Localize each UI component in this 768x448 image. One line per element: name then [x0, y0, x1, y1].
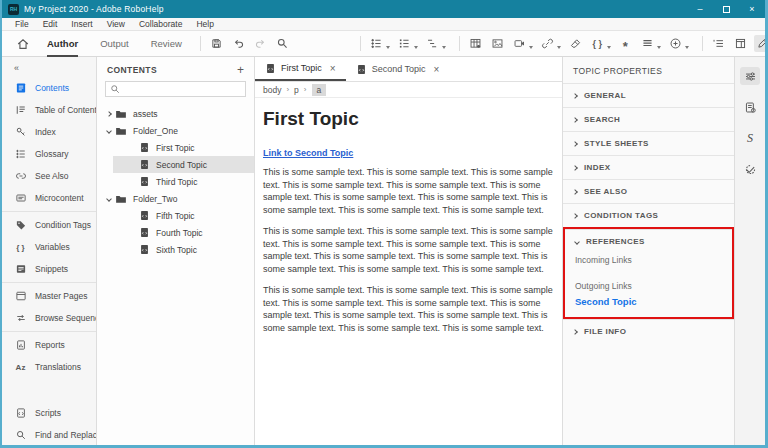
insert-video-icon[interactable]: [511, 35, 528, 52]
sidebar-item-microcontent[interactable]: Microcontent: [2, 187, 96, 209]
html-file-icon: [265, 63, 276, 74]
section-general[interactable]: GENERAL: [563, 83, 734, 107]
insert-more-icon[interactable]: [667, 35, 684, 52]
add-item-button[interactable]: +: [237, 65, 244, 75]
see-also-icon: [14, 170, 27, 183]
sidebar-item-see-also[interactable]: See Also: [2, 165, 96, 187]
breadcrumb-item-a[interactable]: a: [312, 84, 327, 96]
insert-symbol-icon[interactable]: *: [617, 35, 634, 52]
tree-item-folder-two[interactable]: Folder_Two: [97, 190, 254, 207]
chevron-right-icon: [572, 117, 578, 123]
sidebar-item-condition-tags[interactable]: Condition Tags: [2, 214, 96, 236]
redo-icon[interactable]: [252, 35, 269, 52]
numbered-list-icon[interactable]: [396, 35, 413, 52]
properties-panel-icon[interactable]: [740, 67, 760, 85]
tree-item-assets[interactable]: assets: [97, 105, 254, 122]
save-icon[interactable]: [208, 35, 225, 52]
topic-toc-icon[interactable]: [732, 35, 749, 52]
apply-condition-tags-icon[interactable]: [710, 35, 727, 52]
editor-pane: First Topic × Second Topic × body › p › …: [255, 57, 563, 445]
tree-item-label: Fourth Topic: [156, 228, 203, 238]
outgoing-link-second-topic[interactable]: Second Topic: [575, 296, 722, 307]
breadcrumb-item-body[interactable]: body: [263, 85, 281, 95]
minimize-button[interactable]: –: [687, 0, 713, 18]
sidebar-divider: [2, 331, 96, 332]
contents-search-input[interactable]: [124, 84, 241, 94]
sidebar-item-master-pages[interactable]: Master Pages: [2, 285, 96, 307]
close-tab-icon[interactable]: ×: [330, 63, 336, 74]
sidebar-item-index[interactable]: Index: [2, 121, 96, 143]
insert-image-icon[interactable]: [489, 35, 506, 52]
section-file-info[interactable]: FILE INFO: [563, 319, 734, 343]
tab-review[interactable]: Review: [151, 31, 182, 57]
section-search[interactable]: SEARCH: [563, 107, 734, 131]
contents-icon: [14, 82, 27, 95]
styles-icon[interactable]: S: [740, 129, 760, 147]
home-icon[interactable]: [14, 35, 31, 52]
tree-item-label: First Topic: [156, 143, 195, 153]
insert-table-icon[interactable]: [467, 35, 484, 52]
find-icon[interactable]: [274, 35, 291, 52]
editor-tab-second-topic[interactable]: Second Topic ×: [346, 57, 450, 81]
tree-item-third-topic[interactable]: Third Topic: [113, 173, 254, 190]
tab-output[interactable]: Output: [100, 31, 129, 57]
review-check-icon[interactable]: [740, 160, 760, 178]
tree-item-second-topic[interactable]: Second Topic: [113, 156, 254, 173]
toolbar-divider: [200, 36, 201, 51]
menu-collaborate[interactable]: Collaborate: [132, 19, 189, 29]
menu-edit[interactable]: Edit: [36, 19, 65, 29]
section-condition-tags[interactable]: CONDITION TAGS: [563, 203, 734, 227]
breadcrumb-item-p[interactable]: p: [294, 85, 299, 95]
sidebar-item-label: Microcontent: [35, 193, 84, 203]
sidebar-item-reports[interactable]: Reports: [2, 334, 96, 356]
editor-tab-first-topic[interactable]: First Topic ×: [255, 57, 346, 81]
tree-item-fifth-topic[interactable]: Fifth Topic: [113, 207, 254, 224]
topic-status-icon[interactable]: [740, 98, 760, 116]
section-style-sheets[interactable]: STYLE SHEETS: [563, 131, 734, 155]
sidebar-item-label: Table of Contents: [35, 105, 97, 115]
sidebar-item-scripts[interactable]: Scripts: [2, 402, 96, 424]
menu-view[interactable]: View: [100, 19, 132, 29]
insert-snippet-icon[interactable]: [639, 35, 656, 52]
maximize-button[interactable]: [713, 0, 739, 18]
close-button[interactable]: ×: [739, 0, 765, 18]
section-references[interactable]: REFERENCES: [565, 229, 732, 253]
html-file-icon: [139, 159, 150, 170]
topic-paragraph: This is some sample text. This is some s…: [263, 166, 554, 216]
tab-author[interactable]: Author: [47, 31, 78, 57]
toolbar-divider: [702, 36, 703, 51]
menu-file[interactable]: File: [8, 19, 36, 29]
eraser-icon[interactable]: [567, 35, 584, 52]
sidebar-item-contents[interactable]: Contents: [2, 77, 96, 99]
bullet-list-icon[interactable]: [368, 35, 385, 52]
menu-help[interactable]: Help: [189, 19, 220, 29]
tree-item-sixth-topic[interactable]: Sixth Topic: [113, 241, 254, 258]
section-see-also[interactable]: SEE ALSO: [563, 179, 734, 203]
sidebar-item-find-and-replace[interactable]: Find and Replace: [2, 424, 96, 445]
tree-item-fourth-topic[interactable]: Fourth Topic: [113, 224, 254, 241]
multilevel-list-icon[interactable]: [424, 35, 441, 52]
topic-paragraph: This is some sample text. This is some s…: [263, 225, 554, 275]
undo-icon[interactable]: [230, 35, 247, 52]
menu-insert[interactable]: Insert: [64, 19, 99, 29]
tree-item-first-topic[interactable]: First Topic: [113, 139, 254, 156]
tree-item-folder-one[interactable]: Folder_One: [97, 122, 254, 139]
chevron-right-icon: [572, 189, 578, 195]
insert-variable-icon[interactable]: { }: [589, 35, 606, 52]
section-index[interactable]: INDEX: [563, 155, 734, 179]
sidebar-item-glossary[interactable]: Glossary: [2, 143, 96, 165]
sidebar-item-snippets[interactable]: Snippets: [2, 258, 96, 280]
topic-content[interactable]: First Topic Link to Second Topic This is…: [255, 98, 562, 445]
dropdown-caret: [414, 46, 418, 49]
edit-mode-icon[interactable]: [754, 35, 768, 52]
close-tab-icon[interactable]: ×: [434, 64, 440, 75]
insert-link-icon[interactable]: [539, 35, 556, 52]
topic-hyperlink[interactable]: Link to Second Topic: [263, 148, 353, 158]
sidebar-item-browse-sequences[interactable]: Browse Sequences: [2, 307, 96, 329]
sidebar-item-label: Master Pages: [35, 291, 87, 301]
tree-item-label: Folder_One: [133, 126, 178, 136]
sidebar-item-translations[interactable]: Az Translations: [2, 356, 96, 378]
sidebar-item-table-of-contents[interactable]: Table of Contents: [2, 99, 96, 121]
sidebar-item-variables[interactable]: { } Variables: [2, 236, 96, 258]
collapse-sidebar-button[interactable]: «: [2, 61, 96, 77]
